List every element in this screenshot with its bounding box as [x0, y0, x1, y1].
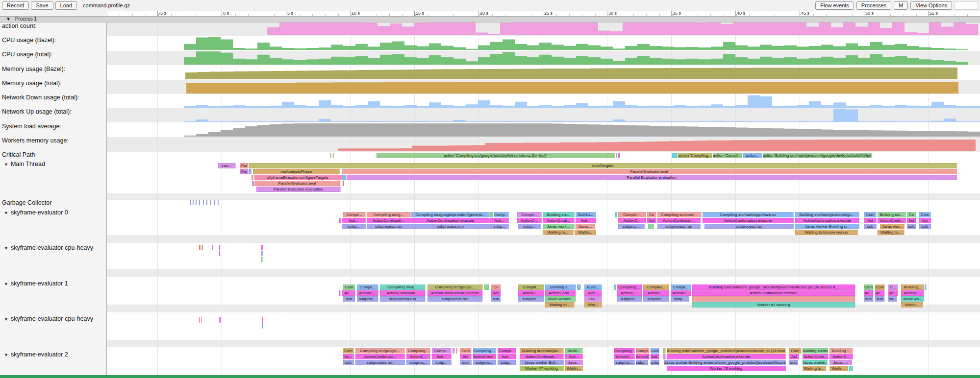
- trace-event[interactable]: subprocess.run: [427, 296, 483, 302]
- trace-event[interactable]: Compilin...: [643, 284, 669, 290]
- trace-event[interactable]: Compiling...: [614, 348, 635, 354]
- trace-event[interactable]: subproc...: [643, 296, 669, 302]
- trace-event[interactable]: [343, 181, 344, 186]
- trace-event[interactable]: subprocess.run: [704, 224, 794, 229]
- trace-event[interactable]: ActionContinuation.execute: [692, 290, 855, 296]
- trace-event[interactable]: [648, 224, 654, 229]
- trace-event[interactable]: Ac...: [864, 290, 874, 296]
- trace-event[interactable]: [199, 245, 200, 250]
- trace-event[interactable]: Ac...: [888, 290, 898, 296]
- trace-event[interactable]: ActionC...: [517, 218, 542, 223]
- trace-event[interactable]: ActionConti...: [545, 290, 576, 296]
- trace-event[interactable]: [201, 317, 202, 323]
- trace-event[interactable]: Building external/com_google_protobuf/ja…: [692, 284, 855, 290]
- trace-event[interactable]: Act: [907, 218, 916, 223]
- trace-event[interactable]: Compil...: [357, 284, 378, 290]
- trace-event[interactable]: subproc...: [618, 224, 645, 229]
- trace-event[interactable]: Buildin...: [576, 212, 596, 217]
- lane-label-skyframe-evaluator-cpu-heavy-a[interactable]: ▼skyframe-evaluator-cpu-heavy-: [4, 244, 95, 251]
- trace-event[interactable]: [616, 153, 617, 158]
- trace-event[interactable]: [218, 200, 219, 205]
- trace-event[interactable]: [261, 251, 263, 256]
- trace-event[interactable]: [212, 245, 213, 250]
- trace-event[interactable]: Compiling src/google/protobuf/generat...: [411, 212, 490, 217]
- expand-arrow-icon[interactable]: ▼: [4, 353, 8, 357]
- workers-memory-usage-chart[interactable]: [338, 138, 976, 151]
- trace-event[interactable]: Compil...: [343, 212, 366, 217]
- trace-event[interactable]: [339, 218, 341, 223]
- trace-event[interactable]: Building src/main/jav...: [520, 348, 564, 354]
- trace-event[interactable]: [196, 200, 197, 205]
- trace-event[interactable]: Waitin...: [829, 366, 848, 371]
- trace-event[interactable]: subp...: [651, 360, 659, 365]
- trace-event[interactable]: [339, 290, 341, 296]
- trace-event[interactable]: [203, 200, 204, 205]
- trace-event[interactable]: Act: [789, 354, 799, 359]
- trace-event[interactable]: Javac...: [576, 224, 595, 229]
- trace-event[interactable]: Jav...: [584, 296, 602, 302]
- trace-event[interactable]: [193, 200, 194, 205]
- memory-usage-bazel-chart[interactable]: [185, 66, 957, 79]
- trace-event[interactable]: action 'Compili...: [713, 153, 742, 158]
- trace-event[interactable]: Acti...: [498, 354, 516, 359]
- trace-event[interactable]: ActionConti...: [878, 218, 906, 223]
- trace-event[interactable]: Com...: [651, 348, 659, 354]
- trace-event[interactable]: sub: [864, 224, 877, 229]
- trace-event[interactable]: Waitin...: [901, 302, 923, 307]
- trace-event[interactable]: [849, 366, 853, 371]
- trace-event[interactable]: [333, 153, 334, 158]
- trace-event[interactable]: subprocess.run: [367, 224, 411, 229]
- trace-event[interactable]: ActionContinuation.execute: [411, 218, 490, 223]
- trace-event[interactable]: [206, 200, 207, 205]
- expand-arrow-icon[interactable]: ▼: [4, 246, 8, 251]
- trace-event[interactable]: subp...: [518, 224, 541, 229]
- trace-event[interactable]: [342, 175, 346, 180]
- trace-event[interactable]: C...: [888, 284, 898, 290]
- trace-event[interactable]: Javac worker Building external/com_googl…: [664, 360, 786, 365]
- trace-event[interactable]: Worker #7 working: [520, 366, 564, 371]
- trace-event[interactable]: Act: [919, 218, 931, 223]
- trace-event[interactable]: [490, 212, 493, 217]
- trace-event[interactable]: ActionC...: [406, 354, 430, 359]
- trace-event[interactable]: sub: [789, 360, 798, 365]
- trace-event[interactable]: [201, 245, 201, 250]
- trace-event[interactable]: [577, 284, 581, 290]
- cpu-usage-total-chart[interactable]: [184, 51, 968, 65]
- m-button[interactable]: M: [894, 1, 908, 10]
- trace-event[interactable]: sub: [343, 360, 354, 365]
- toolbar-extra-box[interactable]: [955, 1, 978, 10]
- trace-event[interactable]: ActionContinuation.execute: [703, 218, 794, 223]
- trace-event[interactable]: Co: [647, 212, 656, 217]
- trace-event[interactable]: action 'Building src/main/java/com/googl…: [763, 153, 872, 158]
- trace-event[interactable]: Javac worker...: [545, 296, 576, 302]
- trace-event[interactable]: Compiling ...: [473, 348, 496, 354]
- trace-event[interactable]: sub: [864, 296, 874, 302]
- trace-event[interactable]: [251, 175, 253, 180]
- lane-label-skyframe-evaluator-0[interactable]: ▼skyframe-evaluator 0: [4, 209, 68, 216]
- trace-event[interactable]: ActionC...: [614, 354, 635, 359]
- trace-event[interactable]: sub: [343, 296, 355, 302]
- trace-event[interactable]: Building...: [901, 284, 924, 290]
- trace-event[interactable]: Javac wo...: [901, 296, 924, 302]
- trace-event[interactable]: sub: [919, 224, 931, 229]
- trace-event[interactable]: subp...: [498, 360, 516, 365]
- view-options-button[interactable]: View Options: [910, 1, 952, 10]
- trace-event[interactable]: [663, 354, 666, 359]
- trace-event[interactable]: Javac wor...: [880, 224, 905, 229]
- trace-event[interactable]: [614, 284, 616, 290]
- trace-event[interactable]: [925, 284, 927, 290]
- trace-event[interactable]: Lau...: [218, 163, 236, 168]
- trace-event[interactable]: Compiling src/core/...: [657, 212, 702, 217]
- trace-event[interactable]: ParallelEvaluator.eval: [254, 181, 340, 186]
- trace-event[interactable]: subproc...: [518, 296, 544, 302]
- lane-label-skyframe-evaluator-cpu-heavy-b[interactable]: ▼skyframe-evaluator-cpu-heavy-: [4, 315, 95, 322]
- load-button[interactable]: Load: [55, 1, 77, 10]
- trace-event[interactable]: [219, 251, 220, 256]
- trace-event[interactable]: subproc...: [473, 360, 496, 365]
- trace-event[interactable]: Build...: [584, 284, 602, 290]
- trace-event[interactable]: Wai...: [584, 302, 602, 307]
- trace-event[interactable]: ActionContinuation.execute: [795, 218, 859, 223]
- trace-event[interactable]: [261, 245, 263, 250]
- trace-event[interactable]: [452, 348, 455, 354]
- trace-event[interactable]: action 'Compiling src/google/protobuf/de…: [377, 153, 615, 158]
